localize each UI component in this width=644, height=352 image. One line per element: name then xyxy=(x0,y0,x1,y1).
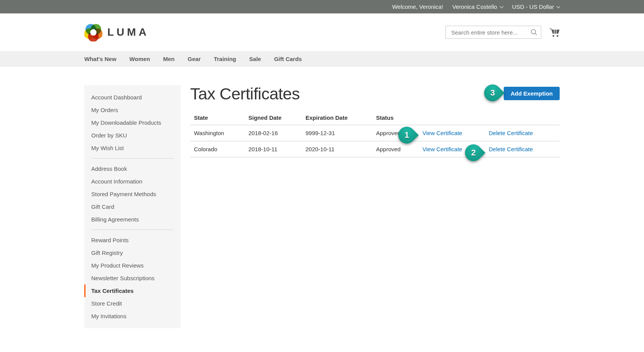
sidebar-item-address-book[interactable]: Address Book xyxy=(84,162,181,175)
cart-icon[interactable] xyxy=(550,28,560,37)
sidebar-item-my-orders[interactable]: My Orders xyxy=(84,104,181,116)
col-header-status: Status xyxy=(372,112,419,125)
logo-text: LUMA xyxy=(107,26,149,38)
content-area: Tax Certificates Add Exemption State Sig… xyxy=(190,85,560,328)
sidebar-item-order-by-sku[interactable]: Order by SKU xyxy=(84,129,181,142)
currency-switcher[interactable]: USD - US Dollar xyxy=(512,3,560,10)
sidebar-item-gift-registry[interactable]: Gift Registry xyxy=(84,246,181,259)
nav-whats-new[interactable]: What's New xyxy=(84,51,117,67)
col-header-signed-date: Signed Date xyxy=(245,112,302,125)
sidebar-item-account-information[interactable]: Account Information xyxy=(84,175,181,188)
cell-expiration-date: 9999-12-31 xyxy=(302,125,372,141)
annotation-marker-2: 2 xyxy=(465,144,482,161)
page-main: Account Dashboard My Orders My Downloada… xyxy=(84,85,560,328)
page-title: Tax Certificates xyxy=(190,85,300,102)
sidebar-item-newsletter-subscriptions[interactable]: Newsletter Subscriptions xyxy=(84,272,181,284)
sidebar-item-billing-agreements[interactable]: Billing Agreements xyxy=(84,213,181,226)
add-exemption-button[interactable]: Add Exemption xyxy=(504,87,560,100)
delete-certificate-link[interactable]: Delete Certificate xyxy=(489,146,533,152)
annotation-number: 2 xyxy=(465,144,482,161)
sidebar-item-store-credit[interactable]: Store Credit xyxy=(84,297,181,310)
sidebar-item-my-invitations[interactable]: My Invitations xyxy=(84,310,181,322)
nav-gear[interactable]: Gear xyxy=(187,51,200,67)
annotation-marker-1: 1 xyxy=(398,127,415,144)
annotation-marker-3: 3 xyxy=(484,84,501,101)
cell-signed-date: 2018-02-16 xyxy=(245,125,302,141)
view-certificate-link[interactable]: View Certificate xyxy=(422,130,462,136)
sidebar-item-account-dashboard[interactable]: Account Dashboard xyxy=(84,91,181,104)
nav-sale[interactable]: Sale xyxy=(249,51,261,67)
col-header-expiration-date: Expiration Date xyxy=(302,112,372,125)
table-row: Washington 2018-02-16 9999-12-31 Approve… xyxy=(190,125,560,141)
cell-signed-date: 2018-10-11 xyxy=(245,141,302,157)
table-row: Colorado 2018-10-11 2020-10-11 Approved … xyxy=(190,141,560,157)
sidebar-divider xyxy=(91,158,174,159)
cell-state: Colorado xyxy=(190,141,245,157)
chevron-down-icon xyxy=(557,4,560,8)
main-nav: What's New Women Men Gear Training Sale … xyxy=(0,51,644,67)
account-menu-label: Veronica Costello xyxy=(452,3,497,10)
table-header-row: State Signed Date Expiration Date Status xyxy=(190,112,560,125)
search-input[interactable] xyxy=(445,26,541,39)
site-header: LUMA xyxy=(0,13,644,51)
nav-gift-cards[interactable]: Gift Cards xyxy=(274,51,302,67)
currency-label: USD - US Dollar xyxy=(512,3,554,10)
account-menu[interactable]: Veronica Costello xyxy=(452,3,503,10)
annotation-number: 1 xyxy=(398,127,415,144)
col-header-state: State xyxy=(190,112,245,125)
sidebar-item-my-downloadable-products[interactable]: My Downloadable Products xyxy=(84,116,181,129)
luma-logo[interactable]: LUMA xyxy=(84,23,149,41)
chevron-down-icon xyxy=(499,4,503,8)
sidebar-item-my-wish-list[interactable]: My Wish List xyxy=(84,142,181,154)
nav-women[interactable]: Women xyxy=(130,51,150,67)
search-icon[interactable] xyxy=(530,28,538,36)
welcome-message: Welcome, Veronica! xyxy=(392,3,443,10)
sidebar-item-tax-certificates[interactable]: Tax Certificates xyxy=(84,284,181,297)
account-sidebar: Account Dashboard My Orders My Downloada… xyxy=(84,85,181,328)
sidebar-divider xyxy=(91,230,174,230)
view-certificate-link[interactable]: View Certificate xyxy=(422,146,462,152)
sidebar-item-reward-points[interactable]: Reward Points xyxy=(84,234,181,246)
tax-certificates-table: State Signed Date Expiration Date Status… xyxy=(190,112,560,157)
nav-training[interactable]: Training xyxy=(214,51,236,67)
sidebar-item-gift-card[interactable]: Gift Card xyxy=(84,200,181,213)
sidebar-item-stored-payment-methods[interactable]: Stored Payment Methods xyxy=(84,188,181,200)
nav-men[interactable]: Men xyxy=(163,51,174,67)
delete-certificate-link[interactable]: Delete Certificate xyxy=(489,130,533,136)
luma-logo-icon xyxy=(84,23,102,41)
sidebar-item-my-product-reviews[interactable]: My Product Reviews xyxy=(84,259,181,272)
cell-expiration-date: 2020-10-11 xyxy=(302,141,372,157)
top-panel: Welcome, Veronica! Veronica Costello USD… xyxy=(0,0,644,13)
annotation-number: 3 xyxy=(484,84,501,101)
cell-state: Washington xyxy=(190,125,245,141)
